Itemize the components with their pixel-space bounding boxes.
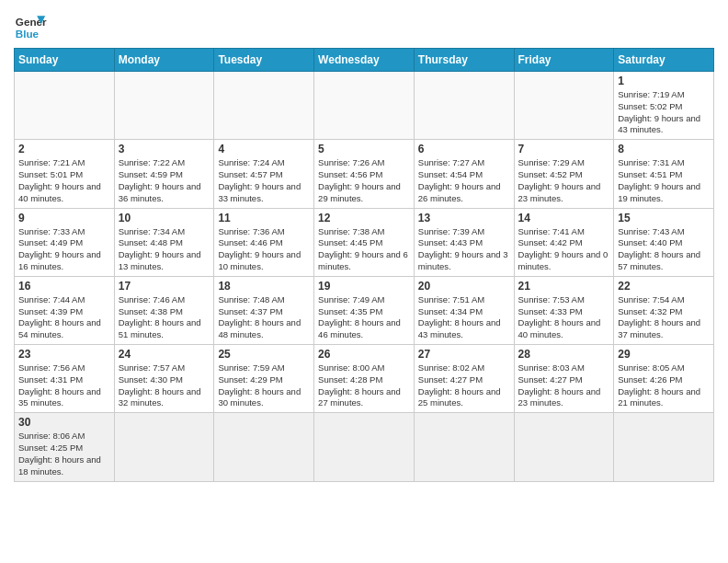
header: General Blue bbox=[14, 9, 714, 42]
calendar-cell bbox=[414, 72, 514, 140]
day-info: Sunrise: 7:53 AM Sunset: 4:33 PM Dayligh… bbox=[518, 294, 610, 341]
calendar-cell bbox=[214, 413, 314, 481]
day-header-monday: Monday bbox=[114, 49, 214, 72]
logo: General Blue bbox=[14, 9, 47, 42]
svg-text:Blue: Blue bbox=[16, 28, 40, 40]
day-info: Sunrise: 8:02 AM Sunset: 4:27 PM Dayligh… bbox=[418, 362, 510, 409]
calendar-cell: 23Sunrise: 7:56 AM Sunset: 4:31 PM Dayli… bbox=[15, 345, 115, 413]
day-info: Sunrise: 7:26 AM Sunset: 4:56 PM Dayligh… bbox=[318, 157, 410, 204]
day-header-sunday: Sunday bbox=[15, 49, 115, 72]
calendar-cell: 16Sunrise: 7:44 AM Sunset: 4:39 PM Dayli… bbox=[15, 276, 115, 344]
day-number: 25 bbox=[218, 348, 310, 361]
day-info: Sunrise: 7:56 AM Sunset: 4:31 PM Dayligh… bbox=[18, 362, 110, 409]
day-number: 4 bbox=[218, 143, 310, 155]
day-info: Sunrise: 7:49 AM Sunset: 4:35 PM Dayligh… bbox=[318, 294, 410, 341]
day-info: Sunrise: 7:54 AM Sunset: 4:32 PM Dayligh… bbox=[618, 294, 710, 341]
calendar-cell: 10Sunrise: 7:34 AM Sunset: 4:48 PM Dayli… bbox=[114, 208, 214, 276]
day-info: Sunrise: 8:00 AM Sunset: 4:28 PM Dayligh… bbox=[318, 362, 410, 409]
calendar-cell: 13Sunrise: 7:39 AM Sunset: 4:43 PM Dayli… bbox=[414, 208, 514, 276]
day-info: Sunrise: 7:29 AM Sunset: 4:52 PM Dayligh… bbox=[518, 157, 610, 204]
day-info: Sunrise: 8:03 AM Sunset: 4:27 PM Dayligh… bbox=[518, 362, 610, 409]
day-info: Sunrise: 7:31 AM Sunset: 4:51 PM Dayligh… bbox=[618, 157, 710, 204]
calendar-cell: 21Sunrise: 7:53 AM Sunset: 4:33 PM Dayli… bbox=[514, 276, 614, 344]
day-info: Sunrise: 7:34 AM Sunset: 4:48 PM Dayligh… bbox=[119, 226, 210, 273]
day-number: 27 bbox=[418, 348, 510, 361]
day-info: Sunrise: 7:39 AM Sunset: 4:43 PM Dayligh… bbox=[418, 226, 510, 273]
calendar-cell: 22Sunrise: 7:54 AM Sunset: 4:32 PM Dayli… bbox=[614, 276, 714, 344]
calendar-cell: 19Sunrise: 7:49 AM Sunset: 4:35 PM Dayli… bbox=[314, 276, 415, 344]
day-info: Sunrise: 7:46 AM Sunset: 4:38 PM Dayligh… bbox=[119, 294, 210, 341]
day-info: Sunrise: 7:33 AM Sunset: 4:49 PM Dayligh… bbox=[18, 226, 110, 273]
calendar-table: SundayMondayTuesdayWednesdayThursdayFrid… bbox=[14, 48, 714, 482]
day-info: Sunrise: 7:24 AM Sunset: 4:57 PM Dayligh… bbox=[218, 157, 310, 204]
calendar-cell: 4Sunrise: 7:24 AM Sunset: 4:57 PM Daylig… bbox=[214, 140, 314, 208]
day-number: 8 bbox=[618, 143, 710, 155]
day-number: 11 bbox=[218, 212, 310, 224]
calendar-week-row: 2Sunrise: 7:21 AM Sunset: 5:01 PM Daylig… bbox=[15, 140, 714, 208]
calendar-cell bbox=[214, 72, 314, 140]
calendar-cell: 25Sunrise: 7:59 AM Sunset: 4:29 PM Dayli… bbox=[214, 345, 314, 413]
day-header-friday: Friday bbox=[514, 49, 614, 72]
calendar-week-row: 30Sunrise: 8:06 AM Sunset: 4:25 PM Dayli… bbox=[15, 413, 714, 481]
calendar-cell bbox=[15, 72, 115, 140]
day-number: 24 bbox=[119, 348, 210, 361]
logo-icon: General Blue bbox=[14, 9, 47, 42]
day-number: 17 bbox=[119, 280, 210, 293]
day-number: 19 bbox=[318, 280, 410, 293]
calendar-cell bbox=[514, 413, 614, 481]
day-info: Sunrise: 7:21 AM Sunset: 5:01 PM Dayligh… bbox=[18, 157, 110, 204]
day-info: Sunrise: 7:43 AM Sunset: 4:40 PM Dayligh… bbox=[618, 226, 710, 273]
calendar-cell: 3Sunrise: 7:22 AM Sunset: 4:59 PM Daylig… bbox=[114, 140, 214, 208]
calendar-cell bbox=[314, 413, 415, 481]
calendar-week-row: 16Sunrise: 7:44 AM Sunset: 4:39 PM Dayli… bbox=[15, 276, 714, 344]
day-number: 22 bbox=[618, 280, 710, 293]
day-number: 14 bbox=[518, 212, 610, 224]
day-number: 1 bbox=[618, 75, 710, 87]
calendar-cell bbox=[114, 72, 214, 140]
calendar-week-row: 23Sunrise: 7:56 AM Sunset: 4:31 PM Dayli… bbox=[15, 345, 714, 413]
calendar-cell: 18Sunrise: 7:48 AM Sunset: 4:37 PM Dayli… bbox=[214, 276, 314, 344]
calendar-cell bbox=[514, 72, 614, 140]
calendar-cell: 17Sunrise: 7:46 AM Sunset: 4:38 PM Dayli… bbox=[114, 276, 214, 344]
day-number: 9 bbox=[18, 212, 110, 224]
calendar-cell: 12Sunrise: 7:38 AM Sunset: 4:45 PM Dayli… bbox=[314, 208, 415, 276]
day-number: 16 bbox=[18, 280, 110, 293]
calendar-cell: 5Sunrise: 7:26 AM Sunset: 4:56 PM Daylig… bbox=[314, 140, 415, 208]
day-info: Sunrise: 7:51 AM Sunset: 4:34 PM Dayligh… bbox=[418, 294, 510, 341]
day-info: Sunrise: 7:57 AM Sunset: 4:30 PM Dayligh… bbox=[119, 362, 210, 409]
day-number: 26 bbox=[318, 348, 410, 361]
day-info: Sunrise: 7:27 AM Sunset: 4:54 PM Dayligh… bbox=[418, 157, 510, 204]
day-number: 12 bbox=[318, 212, 410, 224]
calendar-cell: 9Sunrise: 7:33 AM Sunset: 4:49 PM Daylig… bbox=[15, 208, 115, 276]
day-number: 6 bbox=[418, 143, 510, 155]
day-info: Sunrise: 7:59 AM Sunset: 4:29 PM Dayligh… bbox=[218, 362, 310, 409]
day-info: Sunrise: 8:05 AM Sunset: 4:26 PM Dayligh… bbox=[618, 362, 710, 409]
day-info: Sunrise: 7:22 AM Sunset: 4:59 PM Dayligh… bbox=[119, 157, 210, 204]
calendar-cell: 24Sunrise: 7:57 AM Sunset: 4:30 PM Dayli… bbox=[114, 345, 214, 413]
calendar-cell: 26Sunrise: 8:00 AM Sunset: 4:28 PM Dayli… bbox=[314, 345, 415, 413]
calendar-page: General Blue SundayMondayTuesdayWednesda… bbox=[0, 0, 728, 563]
calendar-cell: 6Sunrise: 7:27 AM Sunset: 4:54 PM Daylig… bbox=[414, 140, 514, 208]
calendar-cell: 7Sunrise: 7:29 AM Sunset: 4:52 PM Daylig… bbox=[514, 140, 614, 208]
day-info: Sunrise: 7:19 AM Sunset: 5:02 PM Dayligh… bbox=[618, 89, 710, 136]
day-number: 2 bbox=[18, 143, 110, 155]
calendar-cell: 29Sunrise: 8:05 AM Sunset: 4:26 PM Dayli… bbox=[614, 345, 714, 413]
calendar-header-row: SundayMondayTuesdayWednesdayThursdayFrid… bbox=[15, 49, 714, 72]
day-number: 7 bbox=[518, 143, 610, 155]
calendar-cell: 2Sunrise: 7:21 AM Sunset: 5:01 PM Daylig… bbox=[15, 140, 115, 208]
day-info: Sunrise: 7:44 AM Sunset: 4:39 PM Dayligh… bbox=[18, 294, 110, 341]
day-number: 10 bbox=[119, 212, 210, 224]
day-header-saturday: Saturday bbox=[614, 49, 714, 72]
calendar-cell: 30Sunrise: 8:06 AM Sunset: 4:25 PM Dayli… bbox=[15, 413, 115, 481]
calendar-cell: 15Sunrise: 7:43 AM Sunset: 4:40 PM Dayli… bbox=[614, 208, 714, 276]
day-number: 23 bbox=[18, 348, 110, 361]
day-header-tuesday: Tuesday bbox=[214, 49, 314, 72]
day-number: 28 bbox=[518, 348, 610, 361]
calendar-cell bbox=[314, 72, 415, 140]
calendar-cell: 8Sunrise: 7:31 AM Sunset: 4:51 PM Daylig… bbox=[614, 140, 714, 208]
day-number: 13 bbox=[418, 212, 510, 224]
calendar-cell: 28Sunrise: 8:03 AM Sunset: 4:27 PM Dayli… bbox=[514, 345, 614, 413]
day-number: 5 bbox=[318, 143, 410, 155]
day-header-wednesday: Wednesday bbox=[314, 49, 415, 72]
day-number: 15 bbox=[618, 212, 710, 224]
